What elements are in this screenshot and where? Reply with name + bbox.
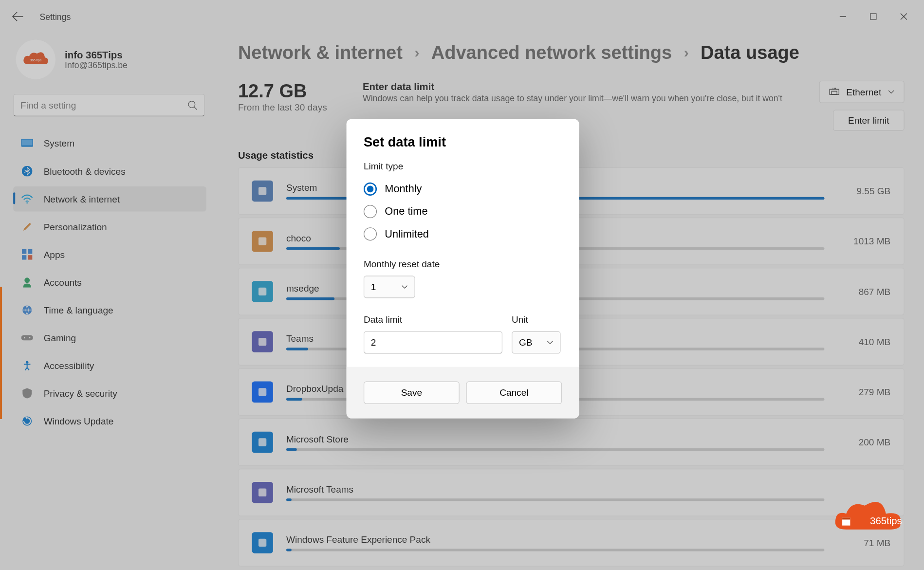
ethernet-icon bbox=[829, 87, 840, 96]
app-size: 410 MB bbox=[838, 336, 891, 347]
reset-date-select[interactable]: 1 bbox=[364, 276, 415, 298]
app-size: 867 MB bbox=[838, 286, 891, 297]
sidebar-item-accessibility[interactable]: Accessibility bbox=[13, 353, 206, 378]
svg-rect-10 bbox=[28, 255, 33, 260]
apps-icon bbox=[21, 249, 33, 260]
connection-dropdown[interactable]: Ethernet bbox=[819, 81, 905, 103]
limit-type-label: Limit type bbox=[364, 161, 562, 171]
svg-rect-8 bbox=[28, 249, 33, 254]
bluetooth-icon bbox=[21, 165, 33, 177]
sidebar-item-system[interactable]: System bbox=[13, 131, 206, 156]
search-input[interactable] bbox=[20, 100, 187, 110]
page-title: Data usage bbox=[701, 42, 799, 63]
search-box[interactable] bbox=[13, 94, 205, 116]
brush-icon bbox=[21, 221, 33, 233]
enter-limit-button[interactable]: Enter limit bbox=[833, 110, 905, 130]
svg-text:365 tips: 365 tips bbox=[30, 58, 41, 62]
svg-point-6 bbox=[26, 202, 28, 204]
wifi-icon bbox=[21, 193, 33, 205]
svg-rect-19 bbox=[832, 91, 837, 94]
svg-text:365tips: 365tips bbox=[870, 515, 902, 526]
data-limit-label: Data limit bbox=[364, 314, 502, 325]
unit-label: Unit bbox=[512, 314, 560, 325]
avatar: 365 tips bbox=[16, 39, 55, 79]
svg-rect-21 bbox=[259, 238, 266, 245]
app-icon bbox=[252, 432, 273, 453]
usage-period: From the last 30 days bbox=[238, 102, 327, 112]
svg-point-11 bbox=[24, 277, 30, 283]
chevron-down-icon bbox=[888, 89, 895, 95]
person-icon bbox=[21, 276, 33, 288]
usage-bar bbox=[286, 498, 824, 501]
app-row[interactable]: Windows Feature Experience Pack 71 MB bbox=[238, 519, 905, 567]
svg-rect-29 bbox=[842, 517, 850, 519]
svg-rect-0 bbox=[870, 14, 876, 19]
app-row[interactable]: Microsoft Teams bbox=[238, 469, 905, 516]
brand-logo: 365tips bbox=[832, 496, 904, 539]
app-row[interactable]: Microsoft Store 200 MB bbox=[238, 419, 905, 466]
breadcrumb: Network & internet › Advanced network se… bbox=[238, 42, 905, 63]
usage-bar bbox=[286, 549, 824, 551]
maximize-button[interactable] bbox=[858, 6, 888, 27]
unit-select[interactable]: GB bbox=[512, 331, 560, 353]
svg-point-2 bbox=[188, 101, 195, 108]
app-name: Microsoft Store bbox=[286, 434, 824, 444]
app-size: 9.55 GB bbox=[838, 186, 891, 197]
globe-icon bbox=[21, 304, 33, 316]
app-icon bbox=[252, 181, 273, 202]
window-title: Settings bbox=[39, 12, 71, 21]
sidebar-item-time[interactable]: Time & language bbox=[13, 297, 206, 323]
app-icon bbox=[252, 331, 273, 352]
dialog-title: Set data limit bbox=[364, 135, 562, 150]
app-size: 200 MB bbox=[838, 437, 891, 448]
radio-icon bbox=[364, 227, 377, 240]
nav-list: System Bluetooth & devices Network & int… bbox=[13, 131, 206, 434]
accent-bar bbox=[0, 287, 2, 419]
radio-icon bbox=[364, 183, 377, 196]
app-icon bbox=[252, 482, 273, 503]
breadcrumb-network[interactable]: Network & internet bbox=[238, 42, 403, 63]
gamepad-icon bbox=[21, 332, 33, 344]
sidebar-item-bluetooth[interactable]: Bluetooth & devices bbox=[13, 159, 206, 184]
chevron-right-icon: › bbox=[414, 44, 419, 61]
app-size: 1013 MB bbox=[838, 236, 891, 247]
svg-point-15 bbox=[29, 337, 31, 339]
search-icon bbox=[187, 100, 198, 110]
app-icon bbox=[252, 231, 273, 252]
app-name: Microsoft Teams bbox=[286, 484, 824, 495]
cancel-button[interactable]: Cancel bbox=[466, 382, 562, 404]
app-icon bbox=[252, 532, 273, 553]
svg-rect-13 bbox=[21, 335, 33, 341]
svg-rect-18 bbox=[830, 89, 839, 94]
radio-monthly[interactable]: Monthly bbox=[364, 178, 562, 200]
svg-rect-24 bbox=[259, 388, 266, 396]
close-button[interactable] bbox=[888, 6, 919, 27]
limit-heading: Enter data limit bbox=[363, 81, 783, 92]
svg-rect-25 bbox=[259, 438, 266, 446]
sidebar-item-accounts[interactable]: Accounts bbox=[13, 270, 206, 295]
radio-unlimited[interactable]: Unlimited bbox=[364, 223, 562, 245]
limit-description: Windows can help you track data usage to… bbox=[363, 93, 783, 103]
svg-rect-23 bbox=[259, 338, 266, 346]
sidebar-item-personalization[interactable]: Personalization bbox=[13, 214, 206, 239]
profile-block[interactable]: 365 tips info 365Tips Info@365tips.be bbox=[16, 39, 206, 79]
sidebar-item-privacy[interactable]: Privacy & security bbox=[13, 381, 206, 406]
radio-onetime[interactable]: One time bbox=[364, 200, 562, 222]
breadcrumb-advanced[interactable]: Advanced network settings bbox=[431, 42, 672, 63]
app-icon bbox=[252, 382, 273, 403]
back-icon[interactable] bbox=[12, 11, 23, 22]
radio-icon bbox=[364, 205, 377, 218]
minimize-button[interactable] bbox=[828, 6, 858, 27]
sidebar-item-apps[interactable]: Apps bbox=[13, 242, 206, 267]
sidebar-item-network[interactable]: Network & internet bbox=[13, 186, 206, 212]
titlebar: Settings bbox=[0, 0, 924, 33]
save-button[interactable]: Save bbox=[364, 382, 460, 404]
shield-icon bbox=[21, 387, 33, 399]
usage-bar bbox=[286, 448, 824, 451]
chevron-down-icon bbox=[547, 339, 554, 346]
svg-rect-27 bbox=[259, 539, 266, 547]
total-usage: 12.7 GB bbox=[238, 81, 327, 102]
data-limit-input[interactable] bbox=[364, 331, 502, 353]
sidebar-item-gaming[interactable]: Gaming bbox=[13, 325, 206, 350]
sidebar-item-update[interactable]: Windows Update bbox=[13, 408, 206, 434]
